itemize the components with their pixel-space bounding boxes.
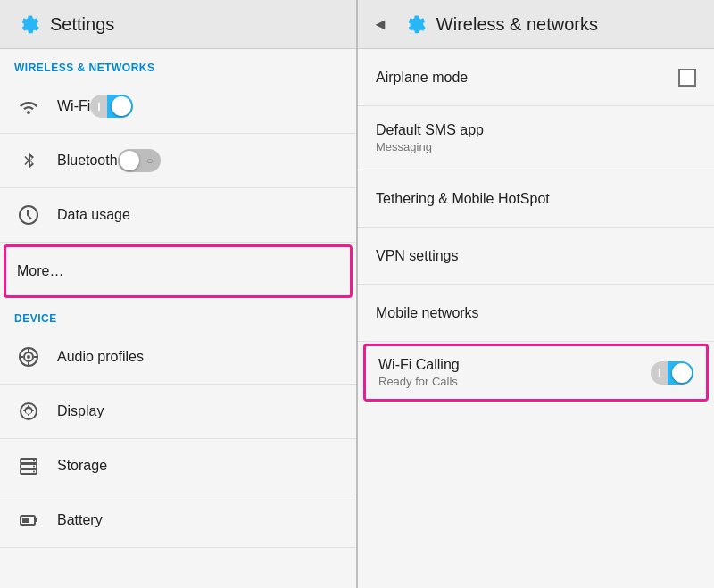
mobile-networks-item[interactable]: Mobile networks <box>358 285 714 342</box>
svg-point-12 <box>33 460 35 462</box>
display-icon <box>14 397 43 426</box>
right-panel: ◄ Wireless & networks Airplane mode Defa… <box>358 0 714 588</box>
audio-item[interactable]: Audio profiles <box>0 330 356 385</box>
device-label: DEVICE <box>0 300 356 330</box>
wifi-calling-text: Wi-Fi Calling Ready for Calls <box>378 357 651 388</box>
wifi-calling-toggle[interactable]: I <box>651 361 693 385</box>
battery-icon <box>14 506 43 534</box>
bluetooth-item[interactable]: Bluetooth ○ <box>0 134 356 188</box>
more-label: More… <box>17 263 63 279</box>
left-header: Settings <box>0 0 356 49</box>
tethering-item[interactable]: Tethering & Mobile HotSpot <box>358 170 714 228</box>
wifi-toggle[interactable]: I <box>90 95 133 118</box>
bluetooth-toggle-thumb <box>120 151 139 170</box>
data-usage-label: Data usage <box>57 207 130 223</box>
bluetooth-label: Bluetooth <box>57 153 118 169</box>
svg-point-3 <box>27 355 30 359</box>
airplane-text: Airplane mode <box>376 70 678 86</box>
display-label: Display <box>57 403 104 419</box>
tethering-title: Tethering & Mobile HotSpot <box>376 191 696 207</box>
right-header: ◄ Wireless & networks <box>358 0 714 49</box>
audio-icon <box>14 343 43 371</box>
wifi-icon <box>14 92 43 120</box>
more-item[interactable]: More… <box>4 244 353 298</box>
wireless-networks-label: WIRELESS & NETWORKS <box>0 49 356 79</box>
vpn-title: VPN settings <box>376 248 696 264</box>
sms-subtitle: Messaging <box>376 140 696 153</box>
vpn-item[interactable]: VPN settings <box>358 228 714 285</box>
storage-item[interactable]: Storage <box>0 439 356 493</box>
right-gear-icon <box>401 11 428 37</box>
mobile-text: Mobile networks <box>376 305 696 321</box>
battery-label: Battery <box>57 512 103 528</box>
back-arrow[interactable]: ◄ <box>372 15 388 34</box>
airplane-checkbox[interactable] <box>678 69 696 87</box>
airplane-mode-item[interactable]: Airplane mode <box>358 49 714 106</box>
sms-text: Default SMS app Messaging <box>376 122 696 153</box>
wifi-calling-toggle-on-label: I <box>658 366 661 379</box>
tethering-text: Tethering & Mobile HotSpot <box>376 191 696 207</box>
airplane-title: Airplane mode <box>376 70 678 86</box>
svg-point-13 <box>33 466 35 468</box>
sms-title: Default SMS app <box>376 122 696 138</box>
vpn-text: VPN settings <box>376 248 696 264</box>
wifi-item[interactable]: Wi-Fi I <box>0 79 356 134</box>
sms-app-item[interactable]: Default SMS app Messaging <box>358 106 714 170</box>
wifi-calling-subtitle: Ready for Calls <box>378 375 651 388</box>
svg-rect-16 <box>22 518 29 523</box>
data-usage-item[interactable]: Data usage <box>0 188 356 243</box>
wifi-calling-toggle-track[interactable]: I <box>651 361 693 385</box>
wifi-calling-item[interactable]: Wi-Fi Calling Ready for Calls I <box>363 344 709 402</box>
storage-label: Storage <box>57 458 107 474</box>
wifi-label: Wi-Fi <box>57 98 90 114</box>
mobile-title: Mobile networks <box>376 305 696 321</box>
svg-point-14 <box>33 471 35 473</box>
left-header-title: Settings <box>50 14 114 35</box>
wifi-toggle-track[interactable]: I <box>90 95 133 118</box>
right-header-title: Wireless & networks <box>436 14 598 35</box>
data-usage-icon <box>14 201 43 229</box>
left-panel: Settings WIRELESS & NETWORKS Wi-Fi I Blu… <box>0 0 356 588</box>
storage-icon <box>14 451 43 480</box>
audio-label: Audio profiles <box>57 349 144 365</box>
wifi-calling-toggle-thumb <box>672 363 692 383</box>
display-item[interactable]: Display <box>0 385 356 439</box>
bluetooth-toggle[interactable]: ○ <box>118 149 161 172</box>
settings-gear-icon <box>14 11 41 37</box>
battery-item[interactable]: Battery <box>0 493 356 548</box>
bluetooth-icon <box>14 146 43 175</box>
wifi-toggle-thumb <box>112 96 131 116</box>
wifi-calling-title: Wi-Fi Calling <box>378 357 651 373</box>
bluetooth-toggle-track[interactable]: ○ <box>118 149 161 172</box>
wifi-toggle-on-label: I <box>97 100 101 113</box>
